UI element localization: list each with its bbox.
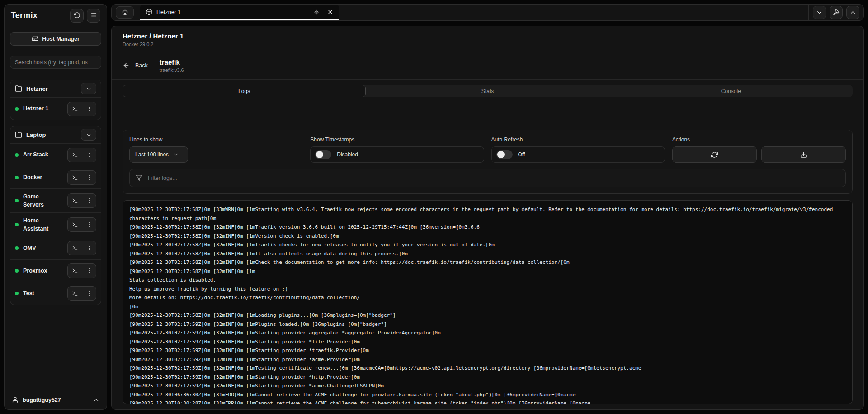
- host-manager-button[interactable]: Host Manager: [10, 32, 101, 46]
- host-group-hetzner: Hetzner Hetzner 1: [10, 80, 101, 120]
- sidebar-header: Termix: [5, 5, 107, 27]
- filter-logs-input[interactable]: [129, 169, 846, 187]
- auto-refresh-label: Auto Refresh: [491, 136, 665, 143]
- toggle-knob: [497, 151, 505, 158]
- username: bugattiguy527: [23, 397, 61, 403]
- host-terminal-button[interactable]: [68, 264, 82, 278]
- server-title: Hetzner / Hetzner 1: [123, 32, 853, 40]
- host-menu-button[interactable]: [82, 194, 96, 207]
- sidebar-host-home-assistant[interactable]: Home Assistant: [10, 212, 101, 236]
- user-menu[interactable]: bugattiguy527: [5, 390, 107, 409]
- log-controls: Lines to show Last 100 lines Show Timest…: [123, 130, 853, 194]
- chevron-down-icon: [86, 86, 92, 92]
- timestamps-toggle[interactable]: [315, 150, 331, 159]
- host-terminal-button[interactable]: [68, 171, 82, 184]
- actions-label: Actions: [672, 136, 846, 143]
- more-vertical-icon: [86, 106, 92, 112]
- split-view-icon[interactable]: [313, 9, 320, 15]
- main-panel: Hetzner / Hetzner 1 Docker 29.0.2 Back t…: [111, 26, 864, 410]
- topbar: Hetzner 1: [111, 4, 864, 21]
- more-vertical-icon: [86, 290, 92, 296]
- sidebar-host-test[interactable]: Test: [10, 282, 101, 305]
- refresh-hosts-button[interactable]: [70, 9, 84, 23]
- group-collapse-button[interactable]: [81, 129, 96, 141]
- log-filter: [129, 169, 846, 187]
- more-vertical-icon: [86, 221, 92, 228]
- home-button[interactable]: [116, 6, 134, 19]
- host-group-laptop: Laptop Arr Stack Docker: [10, 126, 101, 305]
- timestamps-state: Disabled: [337, 151, 358, 158]
- terminal-icon: [72, 106, 78, 112]
- host-status-dot: [15, 153, 19, 157]
- container-name: traefik: [160, 58, 184, 66]
- terminal-icon: [72, 221, 78, 228]
- container-header: Back traefik traefik:v3.6: [112, 52, 863, 80]
- more-vertical-icon: [86, 245, 92, 251]
- host-terminal-button[interactable]: [68, 148, 82, 162]
- lines-to-show-dropdown[interactable]: Last 100 lines: [129, 146, 188, 163]
- server-header: Hetzner / Hetzner 1 Docker 29.0.2: [112, 26, 863, 52]
- host-terminal-button[interactable]: [68, 102, 82, 116]
- container-view: Logs Stats Console Lines to show Last 10…: [112, 80, 863, 409]
- group-collapse-button[interactable]: [81, 83, 96, 94]
- refresh-cw-icon: [711, 151, 718, 158]
- show-timestamps-label: Show Timestamps: [310, 136, 484, 143]
- host-terminal-button[interactable]: [68, 241, 82, 255]
- home-icon: [122, 9, 128, 16]
- tab-console[interactable]: Console: [609, 85, 853, 97]
- sidebar-host-proxmox[interactable]: Proxmox: [10, 259, 101, 282]
- host-menu-button[interactable]: [82, 241, 96, 255]
- hard-drive-icon: [32, 35, 38, 43]
- host-menu-button[interactable]: [82, 102, 96, 116]
- back-button[interactable]: Back: [123, 62, 148, 69]
- host-menu-button[interactable]: [82, 218, 96, 231]
- search-hosts-input[interactable]: [10, 56, 101, 69]
- admin-tools-button[interactable]: [830, 6, 843, 19]
- host-terminal-button[interactable]: [68, 218, 82, 231]
- arrow-left-icon: [123, 62, 130, 69]
- auto-refresh-toggle[interactable]: [496, 150, 513, 159]
- app-brand: Termix: [11, 11, 38, 20]
- host-name: Game Servers: [23, 193, 61, 209]
- tab-logs[interactable]: Logs: [123, 85, 366, 97]
- host-menu-button[interactable]: [82, 171, 96, 184]
- sidebar-menu-button[interactable]: [87, 9, 100, 23]
- log-output[interactable]: [90m2025-12-30T02:17:58Z[0m [33mWRN[0m […: [123, 200, 853, 404]
- chevron-down-icon: [173, 152, 179, 157]
- chevron-up-icon: [93, 397, 99, 403]
- host-terminal-button[interactable]: [68, 287, 82, 300]
- lines-to-show-value: Last 100 lines: [135, 151, 169, 158]
- tab-title: Hetzner 1: [156, 9, 181, 15]
- download-logs-button[interactable]: [761, 146, 846, 163]
- more-vertical-icon: [86, 174, 92, 181]
- container-tabs: Logs Stats Console: [123, 85, 853, 97]
- sidebar-host-game-servers[interactable]: Game Servers: [10, 188, 101, 212]
- host-manager-label: Host Manager: [42, 36, 80, 42]
- more-vertical-icon: [86, 268, 92, 274]
- host-terminal-button[interactable]: [68, 194, 82, 207]
- host-menu-button[interactable]: [82, 148, 96, 162]
- host-status-dot: [15, 223, 19, 226]
- host-name: Docker: [23, 173, 42, 181]
- refresh-logs-button[interactable]: [672, 146, 757, 163]
- host-status-dot: [15, 246, 19, 250]
- host-menu-button[interactable]: [82, 264, 96, 278]
- chevron-down-icon: [816, 9, 823, 16]
- download-icon: [800, 151, 807, 158]
- tab-hetzner-1[interactable]: Hetzner 1: [140, 5, 339, 20]
- lines-to-show-control: Lines to show Last 100 lines: [129, 136, 303, 163]
- sidebar-host-omv[interactable]: OMV: [10, 237, 101, 259]
- terminal-icon: [72, 268, 78, 274]
- auto-refresh-control: Auto Refresh Off: [491, 136, 665, 163]
- sidebar-host-hetzner-1[interactable]: Hetzner 1: [10, 97, 101, 120]
- host-status-dot: [15, 292, 19, 295]
- terminal-icon: [72, 245, 78, 251]
- chevron-down-icon: [86, 132, 92, 138]
- close-tab-icon[interactable]: [327, 9, 334, 15]
- sidebar-host-arr-stack[interactable]: Arr Stack: [10, 143, 101, 166]
- host-menu-button[interactable]: [82, 287, 96, 300]
- panel-up-button[interactable]: [846, 6, 859, 19]
- sidebar-host-docker[interactable]: Docker: [10, 166, 101, 188]
- panel-down-button[interactable]: [813, 6, 826, 19]
- tab-stats[interactable]: Stats: [366, 85, 609, 97]
